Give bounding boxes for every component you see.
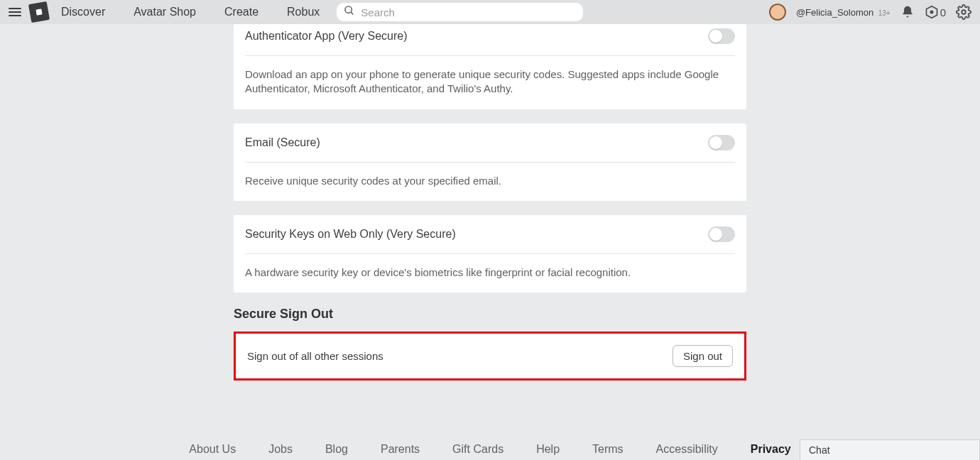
- roblox-logo[interactable]: [28, 1, 50, 23]
- age-badge: 13+: [878, 9, 891, 17]
- keys-toggle[interactable]: [708, 226, 735, 242]
- footer-about[interactable]: About Us: [189, 443, 236, 456]
- robux-count: 0: [940, 6, 946, 18]
- svg-point-0: [345, 6, 352, 13]
- robux-balance[interactable]: 0: [925, 5, 946, 19]
- footer: About Us Jobs Blog Parents Gift Cards He…: [181, 443, 799, 460]
- email-desc: Receive unique security codes at your sp…: [245, 163, 735, 201]
- footer-links: About Us Jobs Blog Parents Gift Cards He…: [181, 443, 799, 456]
- primary-nav: Discover Avatar Shop Create Robux: [61, 6, 320, 18]
- keys-card: Security Keys on Web Only (Very Secure) …: [234, 215, 746, 292]
- keys-desc: A hardware security key or device's biom…: [245, 254, 735, 292]
- nav-avatar-shop[interactable]: Avatar Shop: [134, 6, 196, 18]
- keys-title: Security Keys on Web Only (Very Secure): [245, 228, 456, 241]
- nav-discover[interactable]: Discover: [61, 6, 105, 18]
- nav-create[interactable]: Create: [224, 6, 258, 18]
- settings-icon[interactable]: [956, 4, 971, 20]
- auth-app-card: Authenticator App (Very Secure) Download…: [234, 24, 746, 109]
- avatar[interactable]: [769, 4, 786, 21]
- signout-card: Sign out of all other sessions Sign out: [234, 332, 746, 380]
- email-card: Email (Secure) Receive unique security c…: [234, 124, 746, 201]
- search-wrap: [337, 3, 583, 21]
- chat-bar[interactable]: Chat: [800, 439, 980, 460]
- search-icon: [344, 5, 355, 19]
- search-input[interactable]: [337, 3, 583, 21]
- nav-robux[interactable]: Robux: [287, 6, 320, 18]
- footer-parents[interactable]: Parents: [381, 443, 420, 456]
- email-title: Email (Secure): [245, 136, 320, 149]
- top-nav: Discover Avatar Shop Create Robux @Felic…: [0, 0, 980, 24]
- secure-signout-heading: Secure Sign Out: [234, 307, 746, 322]
- header-right: @Felicia_Solomon 13+ 0: [769, 4, 971, 21]
- footer-gift-cards[interactable]: Gift Cards: [452, 443, 503, 456]
- svg-point-4: [962, 10, 966, 14]
- email-toggle[interactable]: [708, 135, 735, 150]
- footer-blog[interactable]: Blog: [325, 443, 348, 456]
- footer-privacy[interactable]: Privacy: [751, 443, 791, 456]
- settings-content: Authenticator App (Very Secure) Download…: [234, 24, 746, 380]
- auth-app-toggle[interactable]: [708, 28, 735, 44]
- footer-help[interactable]: Help: [536, 443, 560, 456]
- footer-jobs[interactable]: Jobs: [268, 443, 293, 456]
- notifications-icon[interactable]: [900, 5, 915, 19]
- menu-icon[interactable]: [9, 6, 21, 18]
- username: @Felicia_Solomon: [796, 7, 873, 18]
- signout-label: Sign out of all other sessions: [247, 350, 383, 362]
- svg-point-3: [930, 11, 933, 14]
- footer-accessibility[interactable]: Accessibility: [656, 443, 718, 456]
- username-wrap[interactable]: @Felicia_Solomon 13+: [796, 6, 891, 18]
- svg-line-1: [351, 12, 353, 14]
- footer-terms[interactable]: Terms: [592, 443, 624, 456]
- signout-button[interactable]: Sign out: [673, 345, 733, 367]
- auth-app-desc: Download an app on your phone to generat…: [245, 56, 735, 109]
- auth-app-title: Authenticator App (Very Secure): [245, 30, 408, 43]
